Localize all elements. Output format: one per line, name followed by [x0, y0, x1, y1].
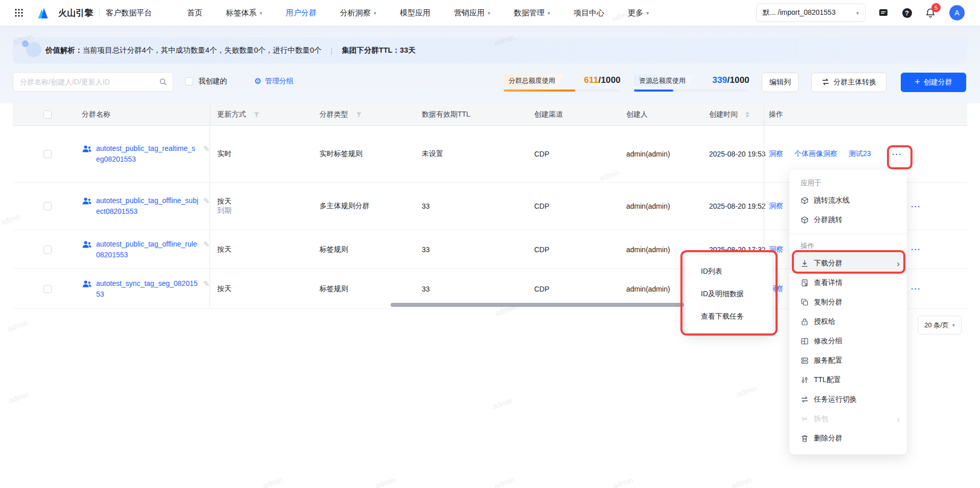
gear-icon: ⚙: [254, 77, 261, 85]
edit-pencil-icon[interactable]: ✎: [203, 144, 210, 153]
test23-link[interactable]: 测试23: [849, 149, 871, 159]
nav-item-tag-system[interactable]: 标签体系▾: [214, 0, 274, 26]
cell-type: 多主体规则分群: [312, 202, 414, 211]
segment-quota-label: 分群总额度使用: [504, 74, 563, 87]
insight-link[interactable]: 洞察: [769, 245, 783, 254]
table-header: 分群名称 更新方式 分群类型 数据有效期TTL 创建渠道 创建人 创建时间 操作: [13, 103, 967, 126]
lock-icon: [801, 318, 809, 326]
cube-icon: [801, 216, 809, 224]
row-checkbox[interactable]: [43, 150, 52, 158]
nav-item-model-apps[interactable]: 模型应用: [388, 0, 442, 26]
filter-icon[interactable]: [356, 112, 362, 118]
submenu-item-id-list[interactable]: ID列表: [686, 260, 772, 282]
nav-item-more[interactable]: 更多▾: [616, 0, 660, 26]
horizontal-scrollbar[interactable]: [391, 303, 684, 307]
cell-update: 实时: [210, 149, 312, 159]
more-actions-button[interactable]: ···: [911, 202, 921, 211]
create-segment-button[interactable]: + 创建分群: [901, 73, 966, 92]
caret-down-icon: ▾: [646, 10, 649, 16]
manage-groups-button[interactable]: ⚙ 管理分组: [254, 77, 293, 86]
col-update: 更新方式: [210, 110, 312, 119]
select-all-checkbox[interactable]: [43, 110, 52, 119]
segment-people-icon: [82, 279, 92, 290]
search-icon: [159, 78, 167, 88]
segment-quota-value: 611/1000: [584, 75, 621, 85]
caret-down-icon: ▾: [548, 10, 550, 16]
feedback-icon[interactable]: [878, 7, 889, 18]
edit-pencil-icon[interactable]: ✎: [203, 240, 210, 249]
cube-icon: [801, 196, 809, 205]
menu-item-authorize[interactable]: 授权给: [789, 312, 907, 331]
download-icon: [801, 259, 809, 268]
product-name: 客户数据平台: [106, 8, 152, 18]
nav-item-user-segments[interactable]: 用户分群: [274, 0, 328, 26]
more-actions-button[interactable]: ···: [911, 245, 921, 254]
edit-columns-button[interactable]: 编辑列: [762, 73, 799, 92]
search-input[interactable]: [13, 72, 173, 92]
avatar[interactable]: A: [949, 5, 965, 20]
segment-name-link[interactable]: autotest_public_tag_offline_rule08201553: [96, 239, 199, 260]
my-created-filter[interactable]: 我创建的: [185, 77, 227, 86]
col-created: 创建时间: [703, 110, 764, 119]
segment-name-link[interactable]: autotest_public_tag_realtime_seg08201553: [96, 143, 199, 165]
submenu-item-view-download-tasks[interactable]: 查看下载任务: [686, 305, 772, 327]
cell-ttl: 33: [414, 285, 527, 293]
col-type: 分群类型: [312, 110, 414, 119]
nav-item-home[interactable]: 首页: [175, 0, 214, 26]
plus-icon: +: [915, 77, 920, 86]
banner-ttl: 集团下分群TTL：33天: [342, 46, 416, 55]
resource-quota: 资源总额度使用 339/1000: [634, 74, 749, 92]
my-created-checkbox[interactable]: [185, 77, 193, 85]
cell-channel: CDP: [527, 246, 619, 254]
cell-ttl: 未设置: [414, 149, 527, 159]
notification-bell-icon[interactable]: 5: [925, 7, 936, 18]
project-selector[interactable]: 默... /import_08201553 ▾: [756, 4, 865, 22]
profile-insight-link[interactable]: 个体画像洞察: [794, 149, 837, 159]
segment-name-link[interactable]: autotest_public_tag_offline_subject08201…: [96, 195, 199, 217]
menu-item-modify-group[interactable]: 修改分组: [789, 331, 907, 351]
segment-quota-bar: [504, 90, 621, 92]
nav-item-marketing-apps[interactable]: 营销应用▾: [442, 0, 502, 26]
banner-divider: |: [331, 47, 333, 55]
row-checkbox[interactable]: [43, 285, 52, 293]
cell-update: 按天: [210, 284, 312, 294]
edit-pencil-icon[interactable]: ✎: [203, 279, 210, 289]
subject-convert-button[interactable]: 分群主体转换: [811, 73, 886, 92]
menu-item-task-run-switch[interactable]: 任务运行切换: [789, 390, 907, 409]
menu-item-view-details[interactable]: 查看详情: [789, 273, 907, 293]
cell-update: 按天: [210, 245, 312, 254]
sliders-icon: [801, 376, 809, 384]
menu-item-service-config[interactable]: 服务配置: [789, 351, 907, 370]
menu-item-segment-jump[interactable]: 分群跳转: [789, 210, 907, 230]
sort-icon[interactable]: [745, 112, 749, 118]
row-checkbox[interactable]: [43, 246, 52, 254]
more-actions-button[interactable]: ···: [911, 284, 921, 293]
nav-item-analysis-insight[interactable]: 分析洞察▾: [328, 0, 388, 26]
brand-divider: [99, 8, 100, 17]
banner-decor-icon: [22, 40, 29, 47]
insight-link[interactable]: 洞察: [769, 149, 783, 159]
menu-item-copy-segment[interactable]: 复制分群: [789, 293, 907, 312]
col-ops: 操作: [764, 110, 967, 119]
page-size-select[interactable]: 20 条/页 ▾: [918, 316, 962, 335]
brand-name: 火山引擎: [58, 7, 93, 19]
edit-pencil-icon[interactable]: ✎: [203, 196, 210, 206]
app-grid-icon[interactable]: [14, 8, 24, 17]
menu-item-download-segment[interactable]: 下载分群 ›: [789, 254, 907, 273]
menu-item-jump-pipeline[interactable]: 跳转流水线: [789, 191, 907, 210]
segment-name-link[interactable]: autotest_sync_tag_seg_08201553: [96, 278, 199, 300]
cdp-segment-page: 火山引擎 客户数据平台 首页 标签体系▾ 用户分群 分析洞察▾ 模型应用 营销应…: [0, 0, 980, 488]
cell-type: 标签规则: [312, 245, 414, 254]
row-checkbox[interactable]: [43, 202, 52, 210]
submenu-item-id-detail-data[interactable]: ID及明细数据: [686, 282, 772, 305]
menu-item-ttl-config[interactable]: TTL配置: [789, 370, 907, 390]
insight-link[interactable]: 洞察: [769, 202, 783, 211]
filter-icon[interactable]: [254, 112, 260, 118]
menu-item-delete-segment[interactable]: 删除分群: [789, 429, 907, 448]
help-icon[interactable]: ?: [901, 7, 913, 18]
nav-item-data-management[interactable]: 数据管理▾: [502, 0, 562, 26]
nav-item-project-center[interactable]: 项目中心: [562, 0, 616, 26]
resource-quota-value: 339/1000: [712, 75, 749, 85]
watermark: admin: [735, 384, 758, 398]
more-actions-button[interactable]: ···: [892, 150, 902, 159]
